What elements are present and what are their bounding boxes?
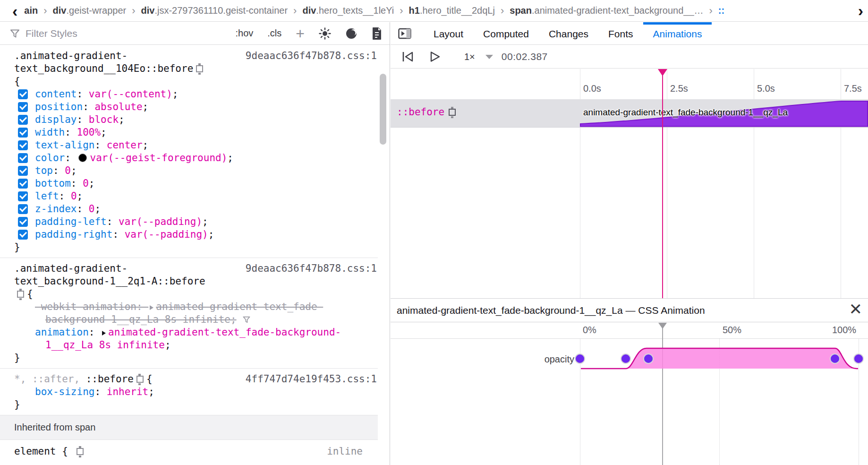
track-target[interactable]: ::before bbox=[397, 106, 459, 118]
property-name[interactable]: position bbox=[35, 101, 83, 112]
property-checkbox[interactable] bbox=[18, 217, 28, 227]
breadcrumb-scroll-left-icon[interactable]: ‹ bbox=[12, 1, 17, 20]
print-media-icon[interactable] bbox=[372, 27, 382, 40]
css-property-row[interactable]: bottom: 0; bbox=[0, 177, 378, 190]
property-checkbox[interactable] bbox=[18, 128, 28, 138]
property-value[interactable]: 0 bbox=[65, 165, 71, 176]
property-value[interactable]: var(--padding) bbox=[125, 229, 208, 240]
property-value[interactable]: 0 bbox=[83, 178, 89, 189]
close-icon[interactable]: ✕ bbox=[849, 300, 863, 319]
rate-dropdown-caret-icon[interactable] bbox=[485, 55, 493, 59]
keyframe-dot[interactable] bbox=[643, 353, 654, 364]
rule-selector-line[interactable]: text_background-1__2q1-A::before bbox=[0, 275, 378, 288]
css-property-row[interactable]: padding-left: var(--padding); bbox=[0, 215, 378, 228]
breadcrumb-item[interactable]: span.animated-gradient-text_background__… bbox=[510, 5, 703, 16]
expand-shorthand-icon[interactable] bbox=[102, 331, 106, 336]
tab-animations[interactable]: Animations bbox=[643, 22, 712, 45]
property-value[interactable]: 0 bbox=[71, 190, 77, 202]
property-checkbox[interactable] bbox=[18, 179, 28, 189]
property-value[interactable]: var(--padding) bbox=[119, 216, 202, 227]
filter-styles-input[interactable] bbox=[26, 28, 167, 39]
breadcrumb-item[interactable]: div.geist-wrapper bbox=[53, 5, 127, 16]
breadcrumb-item[interactable]: div.hero_texts__1leYi bbox=[302, 5, 394, 16]
animation-track-row[interactable]: ::before animated-gradient-text_fade-bac… bbox=[391, 99, 868, 128]
css-property-row[interactable]: position: absolute; bbox=[0, 101, 378, 113]
css-property-row[interactable]: left: 0; bbox=[0, 190, 378, 203]
property-checkbox[interactable] bbox=[18, 153, 28, 163]
add-rule-button[interactable]: + bbox=[296, 29, 305, 38]
property-name[interactable]: color bbox=[35, 152, 65, 164]
keyframe-dot[interactable] bbox=[575, 353, 585, 364]
dark-mode-icon[interactable] bbox=[345, 27, 357, 40]
breadcrumb-item[interactable]: :: bbox=[718, 5, 724, 16]
color-swatch[interactable] bbox=[78, 154, 87, 162]
css-property-row[interactable]: padding-right: var(--padding); bbox=[0, 228, 378, 241]
property-name[interactable]: top bbox=[35, 165, 53, 176]
property-value[interactable]: var(--content) bbox=[89, 88, 172, 100]
property-value[interactable]: block bbox=[89, 114, 119, 125]
rule-selector-line[interactable]: { bbox=[0, 288, 378, 301]
node-target-icon[interactable] bbox=[77, 448, 84, 455]
breadcrumb-item[interactable]: ain bbox=[24, 5, 38, 16]
property-checkbox[interactable] bbox=[18, 191, 28, 201]
property-name[interactable]: left bbox=[35, 190, 59, 202]
rule-selector-line[interactable]: 9deaac636f47b878.css:1.animated-gradient… bbox=[0, 50, 378, 62]
property-value[interactable]: 100% bbox=[77, 127, 101, 138]
keyframe-dot[interactable] bbox=[830, 353, 840, 364]
timeline-playhead-line[interactable] bbox=[662, 69, 663, 298]
keyframe-dot[interactable] bbox=[621, 353, 631, 364]
tab-changes[interactable]: Changes bbox=[539, 22, 598, 45]
css-property-row[interactable]: color: var(--geist-foreground); bbox=[0, 152, 378, 164]
property-name[interactable]: width bbox=[35, 127, 65, 138]
property-name[interactable]: animation bbox=[35, 327, 89, 338]
node-target-icon[interactable] bbox=[449, 109, 456, 116]
keyframe-dot[interactable] bbox=[853, 353, 864, 364]
node-target-icon[interactable] bbox=[17, 291, 24, 298]
rule-selector-line[interactable]: text_background__104Eo::before bbox=[0, 62, 378, 75]
tab-computed[interactable]: Computed bbox=[473, 22, 539, 45]
property-name[interactable]: z-index bbox=[35, 203, 77, 215]
breadcrumb-item[interactable]: h1.hero_title__2dqLj bbox=[409, 5, 495, 16]
css-property-row[interactable]: animation: animated-gradient-text_fade-b… bbox=[0, 326, 378, 352]
tab-layout[interactable]: Layout bbox=[424, 22, 473, 45]
property-value[interactable]: 0 bbox=[89, 203, 95, 215]
pseudo-class-toggle[interactable]: :hov bbox=[236, 28, 254, 39]
css-property-row[interactable]: content: var(--content); bbox=[0, 88, 378, 101]
property-name[interactable]: padding-left bbox=[35, 216, 107, 227]
play-button[interactable] bbox=[428, 50, 442, 63]
css-property-row[interactable]: z-index: 0; bbox=[0, 203, 378, 215]
playback-rate[interactable]: 1× bbox=[464, 52, 475, 62]
tab-fonts[interactable]: Fonts bbox=[598, 22, 643, 45]
property-value[interactable]: animated-gradient-text_fade-background-1… bbox=[45, 327, 341, 351]
breadcrumb-scroll-right-icon[interactable]: › bbox=[855, 0, 863, 21]
css-property-row[interactable]: width: 100%; bbox=[0, 126, 378, 139]
property-checkbox[interactable] bbox=[18, 166, 28, 176]
property-name[interactable]: bottom bbox=[35, 178, 71, 189]
css-property-row[interactable]: top: 0; bbox=[0, 164, 378, 177]
collapse-sidebar-icon[interactable] bbox=[398, 28, 411, 39]
css-property-row[interactable]: box-sizing: inherit; bbox=[0, 386, 378, 398]
rules-scrollbar[interactable] bbox=[377, 45, 389, 465]
css-property-row[interactable]: text-align: center; bbox=[0, 139, 378, 152]
property-name[interactable]: -webkit-animation bbox=[35, 301, 136, 312]
property-value[interactable]: center bbox=[107, 139, 143, 151]
stylesheet-source-link[interactable]: 4ff747d74e19f453.css:1 bbox=[246, 373, 378, 386]
light-mode-icon[interactable] bbox=[319, 27, 331, 40]
stylesheet-source-link[interactable]: 9deaac636f47b878.css:1 bbox=[246, 262, 378, 275]
node-target-icon[interactable] bbox=[196, 65, 203, 72]
css-property-row[interactable]: display: block; bbox=[0, 113, 378, 126]
property-name[interactable]: padding-right bbox=[35, 229, 112, 240]
property-value[interactable]: var(--geist-foreground) bbox=[90, 152, 228, 164]
property-checkbox[interactable] bbox=[18, 89, 28, 99]
property-checkbox[interactable] bbox=[18, 102, 28, 112]
property-checkbox[interactable] bbox=[18, 204, 28, 214]
scrollbar-thumb[interactable] bbox=[380, 74, 386, 145]
class-toggle[interactable]: .cls bbox=[267, 28, 281, 39]
property-value[interactable]: inherit bbox=[107, 386, 149, 397]
rule-selector-line[interactable]: { bbox=[0, 75, 378, 88]
property-name[interactable]: display bbox=[35, 114, 77, 125]
rule-selector-line[interactable]: 4ff747d74e19f453.css:1*, ::after, ::befo… bbox=[0, 373, 378, 386]
property-checkbox[interactable] bbox=[18, 230, 28, 240]
rule-selector-line[interactable]: 9deaac636f47b878.css:1.animated-gradient… bbox=[0, 262, 378, 275]
rewind-button[interactable] bbox=[401, 50, 415, 63]
